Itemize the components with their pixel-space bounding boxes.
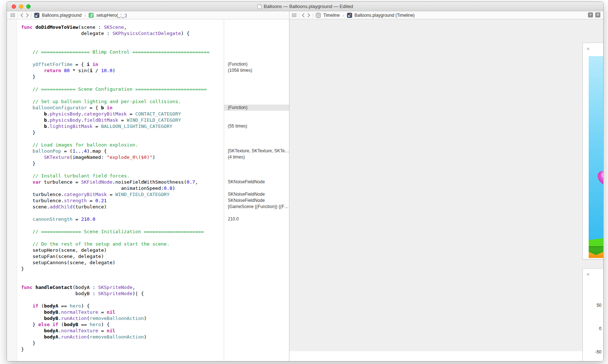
code-line[interactable]: // ================= Blimp Control =====… — [21, 49, 224, 55]
code-line[interactable] — [21, 36, 224, 43]
code-line[interactable] — [21, 167, 224, 173]
code-line[interactable]: // Do the rest of the setup and start th… — [21, 241, 224, 247]
code-line[interactable]: bodyB : SKSpriteNode)| { — [21, 290, 224, 297]
code-line[interactable]: } else if (bodyB == hero) { — [21, 321, 224, 328]
result-item[interactable]: SKNoiseFieldNode — [224, 191, 289, 197]
back-icon[interactable] — [20, 13, 23, 17]
code-line[interactable]: // Set up balloon lighting and per-pixel… — [21, 98, 224, 105]
result-item[interactable]: (55 times) — [224, 123, 289, 129]
add-assistant-editor-button[interactable]: + — [588, 12, 593, 17]
breadcrumb-timeline[interactable]: Timeline — [323, 13, 340, 18]
code-line[interactable]: b.physicsBody.categoryBitMask = CONTACT_… — [21, 111, 224, 117]
code-line[interactable]: if (bodyA == hero) { — [21, 303, 224, 309]
playground-results-sidebar: (Function)(1058 times)(Function)(55 time… — [224, 19, 289, 361]
code-line[interactable]: balloonPop = (1...4).map { — [21, 148, 224, 154]
editor-gutter — [7, 19, 17, 361]
code-line[interactable]: func handleContact(bodyA : SKSpriteNode, — [21, 284, 224, 290]
assistant-editor-buttons: + ✕ — [588, 12, 600, 17]
result-item[interactable]: [SKTexture, SKTexture, SKTe… — [224, 148, 289, 154]
code-line[interactable]: setupCannons(scene, delegate) — [21, 259, 224, 266]
code-line[interactable]: yOffsetForTime = { i in — [21, 61, 224, 67]
result-item[interactable]: {GameScene {(Function)} {(F… — [224, 204, 289, 210]
close-window-button[interactable] — [12, 4, 16, 9]
traffic-lights — [12, 2, 31, 11]
code-line[interactable]: turbulence.categoryBitMask = WIND_FIELD_… — [21, 191, 224, 197]
result-item[interactable]: 210.0 — [224, 216, 289, 222]
code-line[interactable]: // ============ Scene Configuration ====… — [21, 86, 224, 92]
source-editor[interactable]: func doDidMoveToView(scene : SKScene, de… — [21, 19, 224, 361]
code-line[interactable] — [21, 43, 224, 49]
minimize-window-button[interactable] — [19, 4, 23, 9]
code-line[interactable]: } — [21, 74, 224, 80]
back-icon[interactable] — [302, 13, 305, 17]
code-line[interactable]: } — [21, 160, 224, 167]
code-line[interactable] — [21, 297, 224, 303]
close-assistant-editor-button[interactable]: ✕ — [595, 12, 600, 17]
code-line[interactable]: // ============== Scene Initialization =… — [21, 228, 224, 235]
code-line[interactable]: b.physicsBody.fieldBitMask = WIND_FIELD_… — [21, 117, 224, 123]
code-line[interactable]: delegate : SKPhysicsContactDelegate) { — [21, 30, 224, 36]
document-proxy-icon[interactable] — [257, 4, 262, 9]
playground-file-icon — [347, 13, 352, 18]
code-line[interactable]: } — [21, 346, 224, 352]
divider — [313, 13, 313, 18]
y-tick-label: 0 — [599, 326, 601, 331]
related-items-icon[interactable] — [292, 13, 296, 17]
code-line[interactable]: } — [21, 129, 224, 136]
code-line[interactable]: animationSpeed:0.8) — [21, 185, 224, 191]
result-item[interactable]: (1058 times) — [224, 67, 289, 74]
breadcrumb-file[interactable]: Balloons.playground (Timeline) — [355, 13, 415, 18]
window-title-area: Balloons — Balloons.playground — Edited — [257, 4, 353, 9]
related-items-icon[interactable] — [11, 13, 15, 17]
function-icon: f — [89, 13, 94, 18]
breadcrumb-symbol[interactable]: setupHero(_:_:) — [96, 13, 126, 18]
code-line[interactable] — [21, 80, 224, 86]
code-line[interactable] — [21, 222, 224, 228]
divider — [17, 13, 18, 18]
code-line[interactable] — [21, 235, 224, 241]
code-line[interactable] — [21, 55, 224, 61]
sine-chart: 500-50 — [583, 269, 604, 361]
result-item[interactable]: (Function) — [224, 105, 289, 111]
code-line[interactable] — [21, 92, 224, 98]
code-line[interactable]: turbulence.strength = 0.21 — [21, 197, 224, 204]
sine-chart-card: × let y = 80 * sin(x) 500-50 — [582, 268, 604, 361]
code-line[interactable]: func doDidMoveToView(scene : SKScene, — [21, 24, 224, 30]
result-item[interactable]: (4 times) — [224, 154, 289, 160]
code-line[interactable] — [21, 272, 224, 278]
sky — [589, 56, 604, 258]
right-jumpbar: Timeline › Balloons.playground (Timeline… — [292, 11, 415, 19]
code-line[interactable]: bodyA.runAction(removeBalloonAction) — [21, 334, 224, 340]
code-line[interactable]: bodyB.runAction(removeBalloonAction) — [21, 315, 224, 321]
code-line[interactable]: SKTexture(imageNamed: "explode_0\($0)") — [21, 154, 224, 160]
code-line[interactable]: return 80 * sin(i / 10.0) — [21, 67, 224, 74]
breadcrumb-separator: › — [342, 13, 344, 17]
breadcrumb-file[interactable]: Balloons.playground — [42, 13, 82, 18]
code-line[interactable]: balloonConfigurator = { b in — [21, 105, 224, 111]
code-line[interactable]: setupHero(scene, delegate) — [21, 247, 224, 253]
code-line[interactable]: var turbulence = SKFieldNode.noiseFieldW… — [21, 179, 224, 185]
result-item[interactable]: (Function) — [224, 61, 289, 67]
code-line[interactable]: } — [21, 340, 224, 346]
code-line[interactable]: cannonStrength = 210.0 — [21, 216, 224, 222]
forward-icon[interactable] — [26, 13, 29, 17]
result-item[interactable]: SKNoiseFieldNode — [224, 179, 289, 185]
xcode-playground-app: Balloons — Balloons.playground — Edited … — [0, 0, 608, 364]
code-line[interactable] — [21, 136, 224, 142]
code-line[interactable]: // Install turbulant field forces. — [21, 173, 224, 179]
code-line[interactable]: setupFan(scene, delegate) — [21, 253, 224, 259]
code-line[interactable] — [21, 278, 224, 284]
code-line[interactable]: bodyB.normalTexture = nil — [21, 309, 224, 315]
zoom-window-button[interactable] — [26, 4, 31, 9]
code-line[interactable]: bodyA.normalTexture = nil — [21, 328, 224, 334]
code-line[interactable]: b.lightingBitMask = BALLOON_LIGHTING_CAT… — [21, 123, 224, 129]
code-line[interactable]: scene.addChild(turbulence) — [21, 204, 224, 210]
code-line[interactable]: } — [21, 266, 224, 272]
result-item[interactable]: SKNoiseFieldNode — [224, 197, 289, 204]
y-tick-label: -50 — [595, 349, 602, 355]
forward-icon[interactable] — [307, 13, 310, 17]
timeline-assistant-pane: × Balloons — [289, 19, 604, 351]
code-line[interactable]: // Load images for balloon explosion. — [21, 142, 224, 148]
code-line[interactable] — [21, 210, 224, 216]
y-tick-label: 50 — [597, 303, 602, 308]
